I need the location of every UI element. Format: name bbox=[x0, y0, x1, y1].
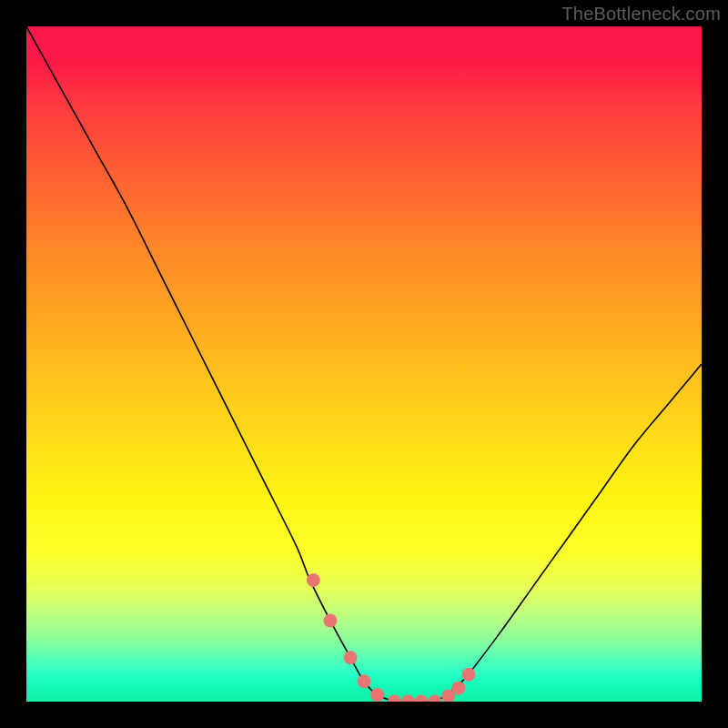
chart-plot-area bbox=[26, 26, 702, 702]
marker-dot bbox=[451, 682, 465, 695]
marker-dot bbox=[462, 668, 476, 682]
marker-dot bbox=[358, 674, 371, 688]
optimal-zone-markers bbox=[307, 573, 476, 702]
chart-frame: TheBottleneck.com bbox=[0, 0, 728, 728]
marker-dot bbox=[415, 695, 429, 703]
marker-dot bbox=[344, 651, 358, 664]
bottleneck-curve-svg bbox=[26, 26, 702, 702]
marker-dot bbox=[370, 688, 384, 702]
marker-dot bbox=[323, 613, 337, 627]
marker-dot bbox=[307, 573, 320, 587]
bottleneck-curve bbox=[26, 26, 702, 702]
attribution-label: TheBottleneck.com bbox=[561, 4, 721, 25]
marker-dot bbox=[428, 695, 441, 703]
marker-dot bbox=[401, 695, 415, 703]
marker-dot bbox=[388, 695, 401, 703]
